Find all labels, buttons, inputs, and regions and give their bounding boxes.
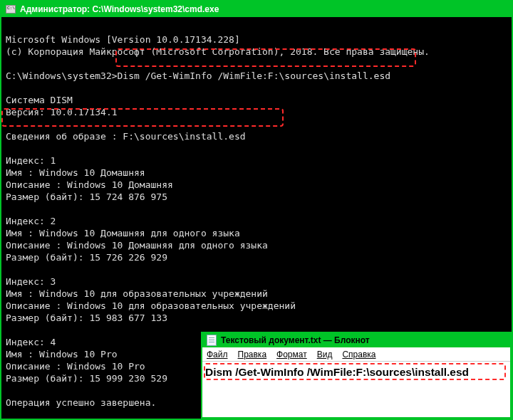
menu-edit[interactable]: Правка bbox=[238, 350, 267, 359]
cmd-titlebar[interactable]: Администратор: C:\Windows\system32\cmd.e… bbox=[1, 1, 512, 17]
size-3: Размер (байт): 15 983 677 133 bbox=[6, 313, 167, 323]
cmd-entered-command: Dism /Get-WimInfo /WimFile:F:\sources\in… bbox=[118, 70, 391, 82]
size-1: Размер (байт): 15 724 876 975 bbox=[6, 191, 167, 202]
notepad-titlebar[interactable]: Текстовый документ.txt — Блокнот bbox=[202, 333, 510, 347]
operation-done: Операция успешно завершена. bbox=[6, 397, 156, 408]
index-3: Индекс: 3 bbox=[6, 276, 56, 287]
notepad-app-icon bbox=[207, 335, 217, 346]
notepad-content-area[interactable]: Dism /Get-WimInfo /WimFile:F:\sources\in… bbox=[202, 362, 510, 382]
desc-3: Описание : Windows 10 для образовательны… bbox=[6, 300, 296, 311]
notepad-text: Dism /Get-WimInfo /WimFile:F:\sources\in… bbox=[205, 366, 507, 379]
menu-help[interactable]: Справка bbox=[342, 350, 375, 359]
index-4: Индекс: 4 bbox=[6, 337, 56, 347]
cmd-copyright-line: (c) Корпорация Майкрософт (Microsoft Cor… bbox=[6, 46, 430, 57]
menu-format[interactable]: Формат bbox=[276, 350, 307, 359]
index-2: Индекс: 2 bbox=[6, 216, 56, 226]
notepad-menubar: Файл Правка Формат Вид Справка bbox=[202, 347, 510, 362]
dism-system-line: Система DISM bbox=[6, 95, 73, 105]
size-4: Размер (байт): 15 999 230 529 bbox=[6, 373, 167, 384]
notepad-window: Текстовый документ.txt — Блокнот Файл Пр… bbox=[201, 332, 512, 419]
notepad-title: Текстовый документ.txt — Блокнот bbox=[221, 335, 370, 345]
image-info-header: Сведения об образе : F:\sources\install.… bbox=[6, 131, 246, 142]
desc-4: Описание : Windows 10 Pro bbox=[6, 361, 145, 372]
size-2: Размер (байт): 15 726 226 929 bbox=[6, 252, 167, 263]
index-1: Индекс: 1 bbox=[6, 155, 56, 166]
desc-1: Описание : Windows 10 Домашняя bbox=[6, 179, 173, 190]
menu-file[interactable]: Файл bbox=[207, 350, 228, 359]
name-1: Имя : Windows 10 Домашняя bbox=[6, 167, 145, 178]
name-2: Имя : Windows 10 Домашняя для одного язы… bbox=[6, 228, 240, 238]
cmd-version-line: Microsoft Windows [Version 10.0.17134.22… bbox=[6, 34, 240, 45]
cmd-prompt-1: C:\Windows\system32>Dism /Get-WimInfo /W… bbox=[6, 70, 390, 81]
dism-version-line: Версия: 10.0.17134.1 bbox=[6, 107, 118, 117]
menu-view[interactable]: Вид bbox=[317, 350, 333, 359]
desc-2: Описание : Windows 10 Домашняя для одног… bbox=[6, 240, 268, 251]
cmd-title: Администратор: C:\Windows\system32\cmd.e… bbox=[20, 4, 219, 14]
name-4: Имя : Windows 10 Pro bbox=[6, 349, 118, 359]
name-3: Имя : Windows 10 для образовательных учр… bbox=[6, 288, 268, 299]
cmd-prompt-path: C:\Windows\system32> bbox=[6, 70, 118, 81]
cmd-app-icon bbox=[6, 5, 16, 14]
